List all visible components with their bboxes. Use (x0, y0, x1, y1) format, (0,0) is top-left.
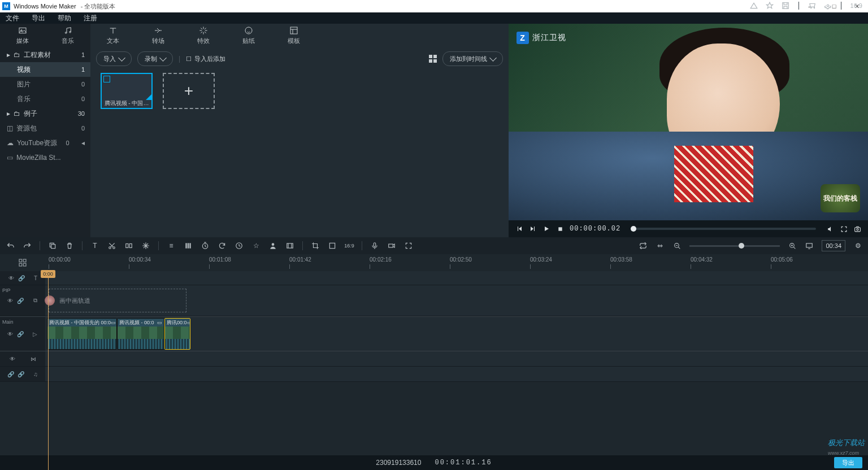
fullscreen-button[interactable] (840, 225, 848, 233)
tree-item-youtube[interactable]: ☁YouTube资源 0 ◂ (0, 136, 90, 150)
svg-rect-28 (806, 243, 813, 247)
timeline-clip[interactable]: 腾讯视频 - 中国领先的 00:0▭ (47, 318, 117, 350)
settings-small-icon[interactable]: ⚙ (853, 241, 862, 250)
record-dropdown[interactable]: 录制 (137, 51, 173, 66)
aspect-ratio-label[interactable]: 16:9 (850, 2, 862, 9)
tab-template[interactable]: 模板 (271, 26, 316, 47)
tool-speed-button[interactable] (235, 241, 244, 250)
clip-menu-icon[interactable]: ▭ (111, 320, 116, 325)
tool-star-button[interactable]: ☆ (251, 241, 261, 250)
screen-icon[interactable] (805, 241, 814, 250)
media-clip-thumb[interactable]: 腾讯视频 - 中国… (101, 73, 153, 109)
fit-button[interactable]: ⇔ (656, 241, 665, 250)
tree-item-examples[interactable]: ▸🗀例子 30 (0, 106, 90, 121)
layers-icon[interactable]: ⧉ (32, 297, 38, 304)
next-frame-button[interactable] (529, 225, 537, 233)
track-options-button[interactable] (0, 254, 45, 271)
playhead[interactable]: 0:00 (48, 271, 49, 470)
save-icon[interactable] (782, 2, 789, 10)
play-button[interactable] (542, 225, 550, 233)
tab-sticker[interactable]: 贴纸 (226, 26, 271, 47)
snapshot-button[interactable] (853, 225, 861, 233)
tool-person-button[interactable] (268, 241, 277, 250)
import-after-add-toggle[interactable]: ☐导入后添加 (186, 55, 225, 63)
eye-icon[interactable]: 👁 (7, 297, 14, 304)
menu-export[interactable]: 导出 (32, 14, 45, 23)
redo-button[interactable] (23, 241, 32, 250)
tree-item-moviezilla[interactable]: ▭MovieZilla St... (0, 150, 90, 165)
tool-ratio-button[interactable]: 16:9 (345, 241, 354, 250)
pip-dropzone[interactable]: 画中画轨道 (49, 289, 186, 312)
undo-button[interactable] (6, 241, 15, 250)
tab-text[interactable]: 文本 (90, 26, 136, 47)
lock-icon[interactable]: 🔗 (17, 330, 24, 337)
lock-icon[interactable]: 🔗 (17, 297, 24, 304)
preview-playbar: 00:00:00.02 (509, 220, 868, 237)
tool-rotate-button[interactable] (218, 241, 227, 250)
zoom-out-button[interactable] (672, 241, 682, 250)
tool-film-button[interactable] (285, 241, 294, 250)
add-to-timeline-dropdown[interactable]: 添加到时间线 (442, 51, 503, 66)
tool-cut-button[interactable] (107, 241, 116, 250)
preview-timecode: 00:00:00.02 (570, 225, 620, 233)
menu-file[interactable]: 文件 (6, 14, 19, 23)
play-icon[interactable]: ▷ (32, 330, 38, 337)
tool-split-button[interactable] (124, 241, 133, 250)
tree-item-image[interactable]: 图片 0 (0, 77, 90, 92)
stop-button[interactable] (556, 225, 564, 233)
menu-register[interactable]: 注册 (84, 14, 97, 23)
clip-menu-icon[interactable]: ▭ (187, 320, 190, 325)
tab-music[interactable]: 音乐 (45, 26, 90, 47)
zoom-slider[interactable] (689, 245, 780, 247)
clip-menu-icon[interactable]: ▭ (157, 320, 162, 325)
tool-expand-button[interactable] (404, 241, 413, 250)
star-icon[interactable] (766, 2, 774, 10)
import-dropdown[interactable]: 导入 (96, 51, 132, 66)
tree-item-assets[interactable]: ◫资源包 0 (0, 121, 90, 136)
eye-icon[interactable]: 👁 (8, 275, 15, 281)
grid-view-icon[interactable] (429, 55, 437, 63)
preview-seek-bar[interactable] (631, 228, 816, 230)
volume-button[interactable] (826, 225, 834, 233)
tool-mic-button[interactable] (370, 241, 379, 250)
add-media-button[interactable]: + (163, 73, 215, 109)
menu-help[interactable]: 帮助 (58, 14, 71, 23)
tab-media[interactable]: 媒体 (0, 26, 45, 47)
lock-icon[interactable]: 🔗 (18, 275, 25, 281)
loop-button[interactable] (639, 241, 648, 250)
tool-record-button[interactable] (387, 241, 396, 250)
tool-crop-button[interactable] (311, 241, 320, 250)
tool-freeze-button[interactable] (141, 241, 150, 250)
notify-icon[interactable] (750, 2, 758, 10)
tree-item-video[interactable]: 视频 1 (0, 62, 90, 77)
timeline-ruler[interactable]: 00:00:00 00:00:34 00:01:08 00:01:42 00:0… (0, 254, 868, 271)
zoom-in-button[interactable] (788, 241, 797, 250)
tab-transition[interactable]: 转场 (136, 26, 181, 47)
prev-frame-button[interactable] (515, 225, 523, 233)
timeline-clip-selected[interactable]: 腾讯00:0▭ (164, 318, 190, 350)
cart-icon[interactable] (808, 2, 816, 10)
tool-timer-button[interactable] (201, 241, 210, 250)
main-track[interactable]: Main 👁🔗 ▷ 腾讯视频 - 中国领先的 00:0▭ 腾讯视频 - 00:0… (0, 316, 868, 351)
text-track[interactable]: 👁🔗T (0, 271, 868, 285)
tool-text-button[interactable]: T (90, 241, 99, 250)
pip-track[interactable]: PIP 👁🔗 ⧉ 画中画轨道 (0, 285, 868, 316)
tool-frame-button[interactable] (328, 241, 337, 250)
eye-icon[interactable]: 👁 (9, 355, 16, 362)
settings-icon[interactable] (824, 2, 832, 10)
tool-list-button[interactable]: ≡ (167, 241, 176, 250)
preview-video[interactable]: 浙江卫视 我们的客栈 (509, 24, 868, 220)
copy-button[interactable] (48, 241, 57, 250)
audio-track[interactable]: 🔗🔗♫ (0, 367, 868, 382)
timeline-clip[interactable]: 腾讯视频 - 00:0▭ (117, 318, 164, 350)
tree-item-music[interactable]: 音乐 0 (0, 92, 90, 106)
link-icon[interactable]: 🔗 (18, 371, 24, 377)
export-button[interactable]: 导出 (834, 457, 862, 468)
tab-effect[interactable]: 特效 (181, 26, 226, 47)
eye-icon[interactable]: 👁 (7, 330, 14, 337)
delete-button[interactable] (65, 241, 74, 250)
tree-item-project[interactable]: ▸🗀工程素材 1 (0, 47, 90, 62)
transition-track[interactable]: 👁⋈ (0, 351, 868, 367)
tool-columns-button[interactable] (184, 241, 193, 250)
lock-icon[interactable]: 🔗 (7, 371, 14, 377)
